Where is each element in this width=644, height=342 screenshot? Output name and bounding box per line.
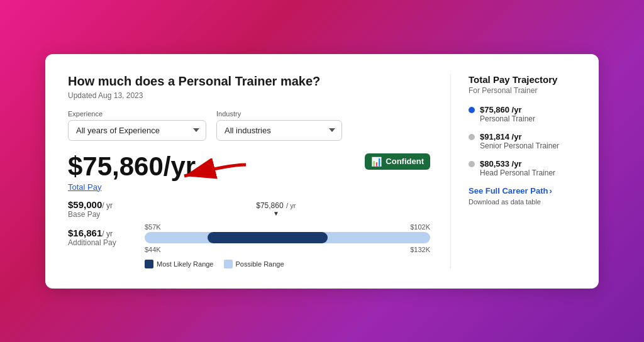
chart-marker-per-yr: / yr [286,202,296,209]
traj-dot-1 [469,134,475,140]
base-pay-item: $59,000/ yr Base Pay [68,199,137,219]
experience-label: Experience [68,110,206,118]
see-career-label: See Full Career Path [469,186,548,196]
sidebar: Total Pay Trajectory For Personal Traine… [450,74,576,268]
industry-filter-group: Industry All industries [216,110,342,141]
see-career-path-link[interactable]: See Full Career Path › [469,186,576,196]
filters-row: Experience All years of Experience Indus… [68,110,430,141]
traj-title-2: Head Personal Trainer [480,168,555,177]
main-card: How much does a Personal Trainer make? U… [45,54,599,289]
traj-info-1: $91,814 /yr Senior Personal Trainer [480,132,559,150]
download-link[interactable]: Download as data table [469,198,576,206]
range-min: $44K [145,246,161,253]
additional-pay-item: $16,861/ yr Additional Pay [68,228,137,247]
confident-icon: 📊 [371,157,382,167]
pay-breakdown: $59,000/ yr Base Pay $16,861/ yr Additio… [68,199,137,247]
industry-label: Industry [216,110,342,118]
experience-filter-group: Experience All years of Experience [68,110,206,141]
range-labels-bottom: $44K $132K [145,246,430,253]
sidebar-title: Total Pay Trajectory [469,74,576,85]
experience-select[interactable]: All years of Experience [68,120,206,141]
updated-date: Updated Aug 13, 2023 [68,91,430,100]
traj-info-2: $80,533 /yr Head Personal Trainer [480,159,555,177]
chart-value-marker: $75,860 / yr ▼ [256,199,296,217]
pay-details-row: $59,000/ yr Base Pay $16,861/ yr Additio… [68,199,430,268]
pay-chart: $75,860 / yr ▼ $57K $102K $44K $1 [137,199,430,268]
chevron-right-icon: › [549,186,552,196]
legend-dark-label: Most Likely Range [157,260,214,268]
base-pay-amount: $59,000/ yr [68,199,137,210]
legend-possible: Possible Range [224,260,284,268]
main-content: How much does a Personal Trainer make? U… [68,74,430,268]
traj-dot-0 [469,107,475,113]
total-pay-value: $75,860 [68,153,164,180]
chart-legend: Most Likely Range Possible Range [145,260,430,268]
traj-info-0: $75,860 /yr Personal Trainer [480,105,535,123]
range-low: $57K [145,223,161,231]
chart-marker-value: $75,860 [256,201,283,210]
legend-light-label: Possible Range [236,260,284,268]
base-pay-label: Base Pay [68,210,137,219]
chart-caret: ▼ [256,211,296,217]
industry-select[interactable]: All industries [216,120,342,141]
traj-pay-2: $80,533 /yr [480,159,555,168]
chart-marker-row: $75,860 / yr ▼ [145,199,430,222]
confident-label: Confident [386,157,424,166]
traj-title-1: Senior Personal Trainer [480,141,559,150]
range-high: $102K [410,223,430,231]
additional-pay-label: Additional Pay [68,238,137,247]
trajectory-item-2: $80,533 /yr Head Personal Trainer [469,159,576,177]
sidebar-subtitle: For Personal Trainer [469,86,576,95]
traj-pay-1: $91,814 /yr [480,132,559,141]
range-max: $132K [410,246,430,253]
trajectory-item-1: $91,814 /yr Senior Personal Trainer [469,132,576,150]
bar-most-likely [208,232,328,243]
trajectory-item-0: $75,860 /yr Personal Trainer [469,105,576,123]
page-title: How much does a Personal Trainer make? [68,74,430,89]
pay-bar [145,232,430,243]
red-arrow-indicator [165,158,247,196]
traj-title-0: Personal Trainer [480,114,535,123]
legend-dark-swatch [145,260,153,268]
legend-light-swatch [224,260,233,268]
additional-pay-amount: $16,861/ yr [68,228,137,238]
traj-pay-0: $75,860 /yr [480,105,535,114]
confident-badge: 📊 Confident [365,153,430,170]
range-labels-top: $57K $102K [145,223,430,231]
legend-most-likely: Most Likely Range [145,260,214,268]
traj-dot-2 [469,161,475,167]
